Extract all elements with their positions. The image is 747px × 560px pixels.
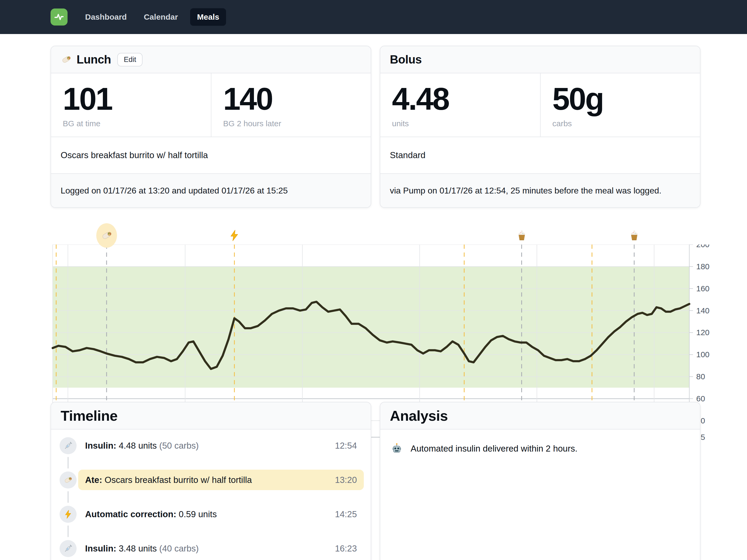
timeline-item-label: Insulin: [85,543,116,553]
timeline-item-meal-1320[interactable]: Ate: Oscars breakfast burrito w/ half to… [59,470,364,490]
timeline-item-suffix: (40 carbs) [159,543,199,553]
nav-item-meals[interactable]: Meals [190,8,226,26]
timeline-item-label: Insulin: [85,441,116,451]
meal-card-title: Lunch [61,53,111,66]
meal-log-footer: Logged on 01/17/26 at 13:20 and updated … [51,174,371,207]
analysis-card: Analysis Automated insulin delivered wit… [380,402,700,560]
bg-at-time-label: BG at time [63,119,199,128]
svg-text:80: 80 [696,372,705,381]
stat-units: 4.48 units [380,73,540,137]
chart-marker-lightning-icon[interactable] [222,223,247,248]
carbs-label: carbs [552,119,688,128]
timeline-item-text: 3.48 units [119,543,157,553]
analysis-item: Automated insulin delivered within 2 hou… [391,443,689,454]
meal-card: Lunch Edit 101 BG at time 140 BG 2 hours… [51,46,371,208]
timeline-list: Insulin: 4.48 units (50 carbs) 12:54 Ate… [51,429,371,560]
svg-text:180: 180 [696,262,710,271]
analysis-item-text: Automated insulin delivered within 2 hou… [411,444,577,454]
burrito-icon [63,475,73,485]
units-label: units [392,119,529,128]
meal-title-text: Lunch [77,53,111,66]
timeline-connector [68,526,69,537]
timeline-item-text: 0.59 units [179,509,217,519]
timeline-icon-circle [59,540,77,557]
timeline-connector [68,457,69,469]
timeline-card-header: Timeline [51,402,371,429]
stat-bg-at-time: 101 BG at time [51,73,211,137]
bg-at-time-value: 101 [63,84,199,114]
timeline-item-insulin-1254[interactable]: Insulin: 4.48 units (50 carbs) 12:54 [59,435,364,456]
analysis-title: Analysis [390,408,448,424]
timeline-item-body: Insulin: 3.48 units (40 carbs) 16:23 [78,538,364,559]
carbs-value: 50g [552,84,688,114]
timeline-item-label: Automatic correction: [85,509,176,519]
bolus-card-title: Bolus [390,53,422,66]
edit-meal-button[interactable]: Edit [117,53,143,66]
timeline-item-body: Automatic correction: 0.59 units 14:25 [78,504,364,524]
svg-text:160: 160 [696,284,710,293]
timeline-item-time: 13:20 [335,475,357,485]
timeline-item-time: 16:23 [335,543,357,554]
meal-description: Oscars breakfast burrito w/ half tortill… [51,137,371,174]
lightning-icon [63,509,73,519]
svg-text:140: 140 [696,306,710,315]
svg-text:200: 200 [696,244,710,249]
syringe-icon [63,441,73,451]
analysis-body: Automated insulin delivered within 2 hou… [380,429,700,454]
summary-row: Lunch Edit 101 BG at time 140 BG 2 hours… [51,46,700,208]
bolus-card: Bolus 4.48 units 50g carbs Standard via … [380,46,700,208]
syringe-icon [63,544,73,553]
timeline-connector [68,491,69,503]
robot-icon [391,443,403,454]
bg-2h-value: 140 [223,84,359,114]
timeline-icon-circle [59,437,77,454]
analysis-card-header: Analysis [380,402,700,429]
detail-row: Timeline Insulin: 4.48 units (50 carbs) … [51,402,700,560]
timeline-card: Timeline Insulin: 4.48 units (50 carbs) … [51,402,371,560]
chart-marker-cupcake-icon[interactable] [510,223,534,248]
timeline-item-time: 12:54 [335,441,357,451]
bolus-stats: 4.48 units 50g carbs [380,73,700,137]
bolus-card-header: Bolus [380,46,700,73]
nav-item-calendar[interactable]: Calendar [139,8,183,26]
svg-text:100: 100 [696,350,710,359]
timeline-item-text: Oscars breakfast burrito w/ half tortill… [104,475,252,485]
bolus-footer: via Pump on 01/17/26 at 12:54, 25 minute… [380,174,700,207]
timeline-item-suffix: (50 carbs) [159,441,199,451]
app-logo[interactable] [51,8,68,26]
timeline-item-body: Insulin: 4.48 units (50 carbs) 12:54 [78,435,364,456]
meal-card-header: Lunch Edit [51,46,371,73]
stat-carbs: 50g carbs [540,73,700,137]
timeline-item-correction-1425[interactable]: Automatic correction: 0.59 units 14:25 [59,504,364,524]
stat-bg-2h-later: 140 BG 2 hours later [211,73,371,137]
units-value: 4.48 [392,84,529,114]
timeline-item-text: 4.48 units [119,441,157,451]
burrito-icon [61,54,72,65]
chart-marker-burrito-icon[interactable] [96,223,117,248]
timeline-item-insulin-1623[interactable]: Insulin: 3.48 units (40 carbs) 16:23 [59,538,364,559]
timeline-item-label: Ate: [85,475,102,485]
timeline-icon-circle [59,506,77,523]
bolus-type: Standard [380,137,700,174]
svg-text:120: 120 [696,328,710,337]
bg-2h-label: BG 2 hours later [223,119,359,128]
timeline-item-time: 14:25 [335,509,357,519]
pulse-wave-icon [53,11,65,23]
nav-item-dashboard[interactable]: Dashboard [80,8,132,26]
timeline-title: Timeline [61,408,118,424]
timeline-icon-circle [59,472,77,488]
top-nav: Dashboard Calendar Meals [0,0,747,34]
meal-stats: 101 BG at time 140 BG 2 hours later [51,73,371,137]
chart-marker-cupcake-icon[interactable] [622,223,646,248]
timeline-item-body: Ate: Oscars breakfast burrito w/ half to… [78,470,364,490]
